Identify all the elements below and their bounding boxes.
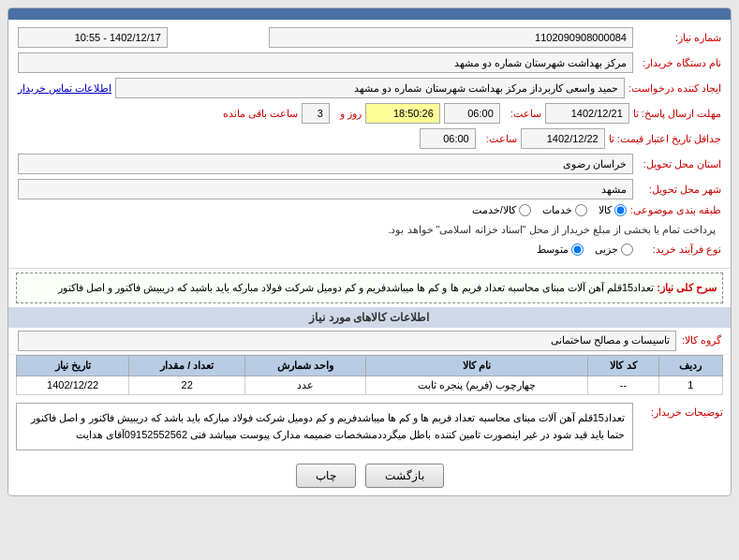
main-container: شماره نیاز: 1102090908000084 1402/12/17 … bbox=[7, 7, 732, 496]
value-shahr: مشهد bbox=[18, 179, 633, 199]
radio-khadamat[interactable]: خدمات bbox=[542, 204, 587, 216]
col-vahed: واحد شمارش bbox=[245, 355, 366, 376]
tawzihat-text: تعداد15قلم آهن آلات مبنای محاسبه تعداد ف… bbox=[16, 403, 633, 450]
label-farayand: نوع فرآیند خرید: bbox=[637, 243, 721, 256]
row-note: پرداخت تمام یا بخشی از مبلغ خریدار از مح… bbox=[18, 221, 721, 239]
value-ijad: حمید واسعی کاربرداز مرکز بهداشت شهرستان … bbox=[115, 78, 625, 98]
gorohe-kala-value: تاسیسات و مصالح ساختمانی bbox=[18, 331, 676, 351]
page-title bbox=[8, 8, 731, 20]
gorohe-kala-row: گروه کالا: تاسیسات و مصالح ساختمانی bbox=[8, 328, 731, 355]
cell-kod: -- bbox=[588, 376, 658, 394]
note-text: پرداخت تمام یا بخشی از مبلغ خریدار از مح… bbox=[382, 221, 721, 239]
label-ijad: ایجاد کننده درخواست: bbox=[628, 82, 721, 95]
radio-group-farayand: جزیی متوسط bbox=[537, 243, 633, 256]
value-mohlat-date: 1402/12/21 bbox=[545, 103, 629, 124]
col-radif: ردیف bbox=[658, 355, 722, 376]
sarh-koli-text: تعداد15قلم آهن آلات مبنای محاسبه تعداد ف… bbox=[58, 282, 655, 293]
label-name-dastgah: نام دستگاه خریدار: bbox=[637, 57, 721, 69]
kala-table-container: ردیف کد کالا نام کالا واحد شمارش تعداد /… bbox=[8, 355, 731, 401]
label-mohlat: مهلت ارسال پاسخ: تا bbox=[633, 108, 721, 120]
button-bar: بازگشت چاپ bbox=[8, 456, 731, 495]
row-ijad: ایجاد کننده درخواست: حمید واسعی کاربرداز… bbox=[18, 78, 721, 98]
radio-jozii[interactable]: جزیی bbox=[595, 243, 633, 256]
kala-table: ردیف کد کالا نام کالا واحد شمارش تعداد /… bbox=[16, 355, 723, 395]
row-tabaqe: طبقه بندی موضوعی: کالا خدمات کالا/خدمت bbox=[18, 204, 721, 216]
value-saat1: 06:00 bbox=[444, 103, 500, 124]
cell-radif: 1 bbox=[658, 376, 722, 394]
label-baqi-label: ساعت باقی مانده bbox=[214, 108, 298, 120]
radio-kala[interactable]: کالا bbox=[599, 204, 627, 216]
label-ostan: استان محل تحویل: bbox=[637, 158, 721, 170]
sarh-koli-box: سرح کلی نیاز: تعداد15قلم آهن آلات مبنای … bbox=[16, 273, 723, 303]
cell-tarikh: 1402/12/22 bbox=[17, 376, 129, 394]
radio-group-tabaqe: کالا خدمات کالا/خدمت bbox=[472, 204, 627, 216]
info-section: شماره نیاز: 1102090908000084 1402/12/17 … bbox=[8, 20, 731, 269]
value-name-dastgah: مرکز بهداشت شهرستان شماره دو مشهد bbox=[18, 52, 633, 73]
label-roz: روز و bbox=[333, 108, 362, 120]
row-ostan: استان محل تحویل: خراسان رضوی bbox=[18, 154, 721, 174]
col-tarikh: تاریخ نیاز bbox=[17, 355, 129, 376]
value-shomare: 1102090908000084 bbox=[269, 27, 633, 48]
value-tarikh-date: 1402/12/17 - 10:55 bbox=[18, 27, 168, 48]
row-jadval: جداقل تاریخ اعتبار قیمت: تا 1402/12/22 س… bbox=[18, 128, 721, 149]
back-button[interactable]: بازگشت bbox=[365, 464, 444, 488]
table-row: 1 -- چهارچوب (فریم) پنجره ثابت عدد 22 14… bbox=[17, 376, 723, 394]
cell-tedad: 22 bbox=[129, 376, 245, 394]
row-shomare: شماره نیاز: 1102090908000084 1402/12/17 … bbox=[18, 27, 721, 48]
radio-kala-khadamat[interactable]: کالا/خدمت bbox=[472, 204, 531, 216]
value-saat2: 06:00 bbox=[420, 128, 476, 149]
print-button[interactable]: چاپ bbox=[296, 464, 356, 488]
ettelaat-kala-header: اطلاعات کالاهای مورد نیاز bbox=[8, 307, 731, 328]
tawzihat-row: توضیحات خریدار: تعداد15قلم آهن آلات مبنا… bbox=[8, 401, 731, 456]
col-tedad: تعداد / مقدار bbox=[129, 355, 245, 376]
value-roz: 3 bbox=[302, 103, 330, 124]
label-tabaqe: طبقه بندی موضوعی: bbox=[630, 204, 721, 216]
radio-motovaset[interactable]: متوسط bbox=[537, 243, 584, 256]
cell-name: چهارچوب (فریم) پنجره ثابت bbox=[365, 376, 588, 394]
row-shahr: شهر محل تحویل: مشهد bbox=[18, 179, 721, 199]
label-jadval: جداقل تاریخ اعتبار قیمت: تا bbox=[609, 133, 721, 145]
gorohe-kala-label: گروه کالا: bbox=[682, 334, 721, 346]
value-ostan: خراسان رضوی bbox=[18, 154, 633, 174]
label-saat2: ساعت: bbox=[480, 133, 517, 145]
value-jadval-date: 1402/12/22 bbox=[521, 128, 605, 149]
label-shomare: شماره نیاز: bbox=[637, 32, 721, 44]
link-etelaaat-tamas[interactable]: اطلاعات تماس خریدار bbox=[18, 82, 111, 95]
label-shahr: شهر محل تحویل: bbox=[637, 184, 721, 196]
label-saat1: ساعت: bbox=[504, 108, 541, 120]
row-name-dastgah: نام دستگاه خریدار: مرکز بهداشت شهرستان ش… bbox=[18, 52, 721, 73]
tawzihat-label: توضیحات خریدار: bbox=[639, 406, 723, 419]
cell-vahed: عدد bbox=[245, 376, 366, 394]
sarh-koli-label: سرح کلی نیاز: bbox=[657, 282, 717, 293]
page-wrapper: شماره نیاز: 1102090908000084 1402/12/17 … bbox=[0, 0, 739, 504]
value-baqi: 18:50:26 bbox=[365, 103, 440, 124]
row-mohlat: مهلت ارسال پاسخ: تا 1402/12/21 ساعت: 06:… bbox=[18, 103, 721, 124]
col-name: نام کالا bbox=[365, 355, 588, 376]
row-farayand: نوع فرآیند خرید: جزیی متوسط bbox=[18, 243, 721, 256]
col-kod: کد کالا bbox=[588, 355, 658, 376]
